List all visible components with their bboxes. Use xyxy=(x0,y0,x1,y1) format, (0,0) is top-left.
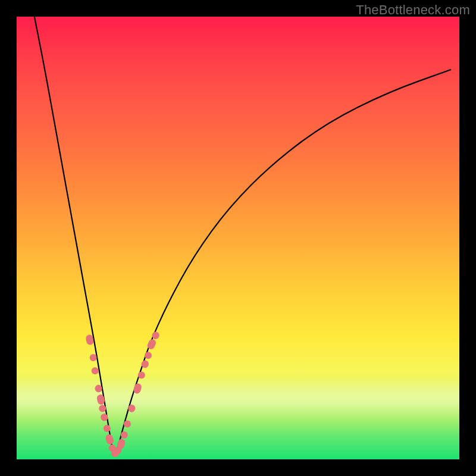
marker-dot xyxy=(121,431,128,439)
marker-dot xyxy=(99,405,106,412)
plot-area xyxy=(17,17,459,459)
marker-dot xyxy=(138,372,145,379)
marker-pill xyxy=(105,434,114,446)
marker-dot xyxy=(90,354,97,361)
marker-pill xyxy=(127,404,136,413)
marker-dot xyxy=(92,367,99,374)
curve-layer xyxy=(17,17,459,459)
chart-frame: TheBottleneck.com xyxy=(0,0,476,476)
marker-dot xyxy=(145,352,152,359)
marker-dot xyxy=(104,425,111,432)
marker-dot xyxy=(124,421,131,428)
marker-pill xyxy=(133,383,142,394)
watermark-text: TheBottleneck.com xyxy=(356,2,470,18)
marker-group xyxy=(85,330,160,457)
